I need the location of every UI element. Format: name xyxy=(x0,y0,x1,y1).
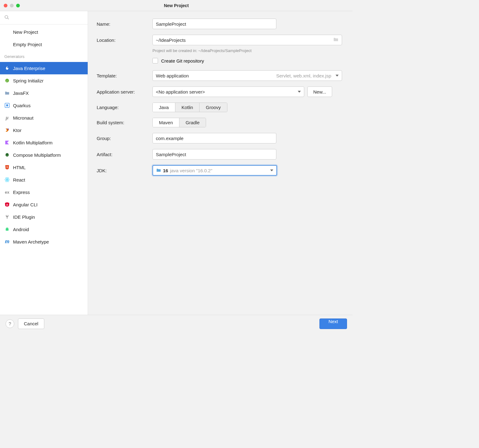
sidebar-item-compose-multiplatform[interactable]: Compose Multiplatform xyxy=(0,149,88,161)
sidebar-item-label: Spring Initializr xyxy=(13,78,43,83)
sidebar-item-micronaut[interactable]: μMicronaut xyxy=(0,112,88,124)
svg-point-8 xyxy=(7,179,8,180)
ktor-icon xyxy=(4,127,10,133)
search-icon xyxy=(4,15,9,20)
blank-icon xyxy=(4,42,10,47)
chevron-down-icon xyxy=(270,169,273,171)
build-option-maven[interactable]: Maven xyxy=(153,118,179,127)
template-label: Template: xyxy=(97,73,152,78)
blank-icon xyxy=(4,29,10,35)
sidebar-item-label: HTML xyxy=(13,165,26,170)
sidebar-item-new-project[interactable]: New Project xyxy=(0,26,88,38)
sidebar: New ProjectEmpty Project Generators Java… xyxy=(0,11,88,315)
spring-icon xyxy=(4,78,10,83)
sidebar-item-label: Micronaut xyxy=(13,115,33,121)
sidebar-item-html[interactable]: 5HTML xyxy=(0,161,88,173)
react-icon xyxy=(4,177,10,182)
sidebar-item-label: JavaFX xyxy=(13,90,29,96)
sidebar-item-label: IDE Plugin xyxy=(13,214,35,220)
chevron-down-icon xyxy=(336,75,339,77)
git-checkbox-label: Create Git repository xyxy=(161,58,204,64)
chevron-down-icon xyxy=(298,91,301,93)
generators-section-label: Generators xyxy=(0,51,88,61)
ex-icon: ex xyxy=(4,189,10,195)
sidebar-item-label: Ktor xyxy=(13,128,22,133)
sidebar-item-kotlin-multiplatform[interactable]: Kotlin Multiplatform xyxy=(0,136,88,149)
sidebar-item-react[interactable]: React xyxy=(0,173,88,186)
git-checkbox[interactable] xyxy=(152,58,158,64)
template-select[interactable]: Web application Servlet, web.xml, index.… xyxy=(152,70,342,81)
language-option-groovy[interactable]: Groovy xyxy=(200,103,227,112)
window-title: New Project xyxy=(0,3,353,8)
sidebar-item-android[interactable]: Android xyxy=(0,223,88,235)
sidebar-item-angular-cli[interactable]: AAngular CLI xyxy=(0,198,88,211)
location-label: Location: xyxy=(97,37,152,43)
artifact-label: Artifact: xyxy=(97,152,152,157)
quarkus-icon xyxy=(4,103,10,108)
sidebar-item-express[interactable]: exExpress xyxy=(0,186,88,198)
svg-point-2 xyxy=(5,79,9,82)
language-label: Language: xyxy=(97,105,152,110)
cancel-button[interactable]: Cancel xyxy=(18,318,44,329)
appserver-select[interactable]: <No application server> xyxy=(152,86,304,97)
sidebar-item-ide-plugin[interactable]: IDE Plugin xyxy=(0,211,88,223)
build-label: Build system: xyxy=(97,120,152,125)
group-label: Group: xyxy=(97,136,152,141)
sidebar-item-label: New Project xyxy=(13,29,38,35)
language-option-kotlin[interactable]: Kotlin xyxy=(175,103,200,112)
sidebar-item-label: React xyxy=(13,177,25,182)
help-button[interactable]: ? xyxy=(6,319,14,328)
svg-text:A: A xyxy=(6,203,8,206)
m-icon: m xyxy=(4,239,10,244)
sidebar-item-label: Angular CLI xyxy=(13,202,37,207)
sidebar-item-quarkus[interactable]: Quarkus xyxy=(0,99,88,112)
titlebar: New Project xyxy=(0,0,353,11)
appserver-new-button[interactable]: New... xyxy=(307,86,332,97)
language-segmented: JavaKotlinGroovy xyxy=(152,103,227,112)
build-option-gradle[interactable]: Gradle xyxy=(179,118,206,127)
sidebar-item-javafx[interactable]: JavaFX xyxy=(0,87,88,99)
sidebar-item-label: Java Enterprise xyxy=(13,66,45,71)
sidebar-item-maven-archetype[interactable]: mMaven Archetype xyxy=(0,235,88,248)
language-option-java[interactable]: Java xyxy=(153,103,175,112)
svg-line-1 xyxy=(7,18,9,19)
mu-icon: μ xyxy=(4,115,10,121)
svg-point-10 xyxy=(6,228,7,229)
kotlin-icon xyxy=(4,140,10,145)
sidebar-item-label: Quarkus xyxy=(13,103,31,108)
compose-icon xyxy=(4,152,10,158)
next-button[interactable]: Next xyxy=(319,318,347,329)
sidebar-item-label: Maven Archetype xyxy=(13,239,49,244)
angular-icon: A xyxy=(4,202,10,207)
location-hint: Project will be created in: ~/IdeaProjec… xyxy=(152,48,344,53)
svg-text:5: 5 xyxy=(7,166,8,168)
android-icon xyxy=(4,226,10,232)
group-input[interactable]: com.example xyxy=(152,133,276,143)
name-input[interactable]: SampleProject xyxy=(152,19,276,29)
form-panel: Name: SampleProject Location: ~/IdeaProj… xyxy=(88,11,353,315)
sidebar-item-label: Kotlin Multiplatform xyxy=(13,140,53,145)
sidebar-item-label: Android xyxy=(13,227,29,232)
html5-icon: 5 xyxy=(4,165,10,170)
search-input[interactable] xyxy=(2,13,85,22)
jdk-select[interactable]: 16 java version "16.0.2" xyxy=(152,165,277,176)
browse-folder-icon[interactable] xyxy=(333,37,339,43)
sidebar-item-label: Express xyxy=(13,190,30,195)
folder-icon xyxy=(156,168,161,173)
sidebar-item-ktor[interactable]: Ktor xyxy=(0,124,88,136)
appserver-label: Application server: xyxy=(97,89,152,94)
flame-icon xyxy=(4,65,10,71)
sidebar-item-empty-project[interactable]: Empty Project xyxy=(0,38,88,51)
svg-point-11 xyxy=(7,228,8,229)
jdk-label: JDK: xyxy=(97,168,152,173)
build-segmented: MavenGradle xyxy=(152,118,206,127)
sidebar-item-java-enterprise[interactable]: Java Enterprise xyxy=(0,62,88,74)
artifact-input[interactable]: SampleProject xyxy=(152,149,276,160)
footer: ? Cancel Next xyxy=(0,315,353,332)
folder-icon xyxy=(4,90,10,96)
sidebar-item-label: Empty Project xyxy=(13,42,42,47)
sidebar-item-label: Compose Multiplatform xyxy=(13,152,61,158)
sidebar-item-spring-initializr[interactable]: Spring Initializr xyxy=(0,74,88,87)
location-input[interactable]: ~/IdeaProjects xyxy=(152,35,342,45)
plug-icon xyxy=(4,214,10,220)
